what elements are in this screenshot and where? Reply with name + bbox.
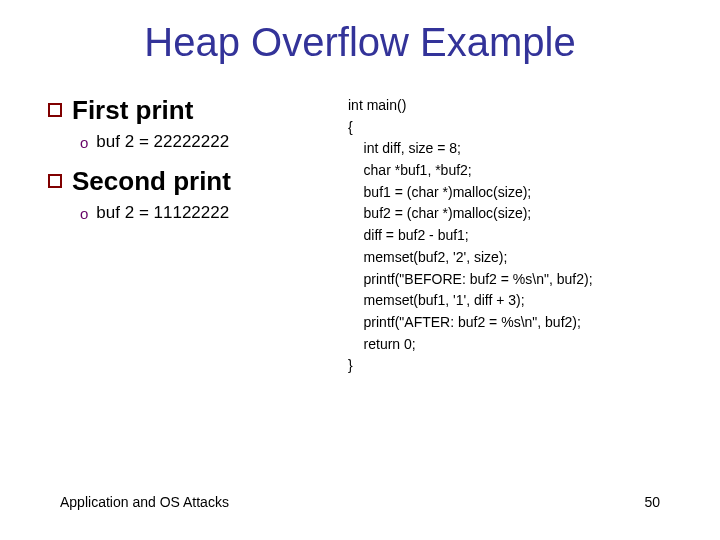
circle-bullet-icon: o: [80, 134, 88, 151]
sub-bullet-text: buf 2 = 22222222: [96, 132, 229, 152]
circle-bullet-icon: o: [80, 205, 88, 222]
code-line: printf("BEFORE: buf2 = %s\n", buf2);: [348, 269, 690, 291]
footer: Application and OS Attacks 50: [60, 494, 660, 510]
square-bullet-icon: [48, 174, 62, 188]
code-line: {: [348, 117, 690, 139]
code-line: return 0;: [348, 334, 690, 356]
footer-left: Application and OS Attacks: [60, 494, 229, 510]
left-column: First print o buf 2 = 22222222 Second pr…: [48, 95, 338, 377]
code-line: buf2 = (char *)malloc(size);: [348, 203, 690, 225]
sub-bullet-text: buf 2 = 11122222: [96, 203, 229, 223]
sub-bullet-item: o buf 2 = 22222222: [80, 132, 338, 152]
slide-title: Heap Overflow Example: [0, 20, 720, 65]
slide-number: 50: [644, 494, 660, 510]
bullet-item: First print: [48, 95, 338, 126]
code-line: }: [348, 355, 690, 377]
code-line: memset(buf2, '2', size);: [348, 247, 690, 269]
bullet-heading: Second print: [72, 166, 231, 197]
code-line: int main(): [348, 95, 690, 117]
code-line: memset(buf1, '1', diff + 3);: [348, 290, 690, 312]
content-area: First print o buf 2 = 22222222 Second pr…: [0, 95, 720, 377]
bullet-item: Second print: [48, 166, 338, 197]
code-line: buf1 = (char *)malloc(size);: [348, 182, 690, 204]
square-bullet-icon: [48, 103, 62, 117]
bullet-heading: First print: [72, 95, 193, 126]
sub-bullet-item: o buf 2 = 11122222: [80, 203, 338, 223]
code-block: int main() { int diff, size = 8; char *b…: [338, 95, 690, 377]
code-line: printf("AFTER: buf2 = %s\n", buf2);: [348, 312, 690, 334]
code-line: diff = buf2 - buf1;: [348, 225, 690, 247]
code-line: int diff, size = 8;: [348, 138, 690, 160]
code-line: char *buf1, *buf2;: [348, 160, 690, 182]
